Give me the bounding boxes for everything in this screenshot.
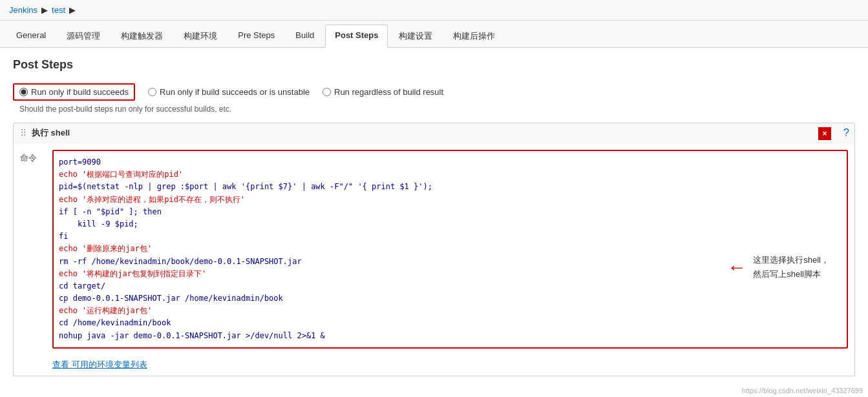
code-display: port=9090 echo '根据端口号查询对应的pid' pid=$(net… [54,151,847,347]
watermark: https://blog.csdn.net/weixin_43327699 [742,387,863,394]
tab-post-steps[interactable]: Post Steps [325,25,388,48]
radio-run-on-success-or-unstable[interactable]: Run only if build succeeds or is unstabl… [148,87,310,97]
bottom-bar: 高级... [0,393,868,397]
tab-build-triggers[interactable]: 构建触发器 [111,25,173,47]
tab-bar: General 源码管理 构建触发器 构建环境 Pre Steps Build … [0,21,868,48]
shell-close-button[interactable]: × [818,127,831,140]
run-condition-group: Run only if build succeeds Run only if b… [13,83,855,101]
tab-build-settings[interactable]: 构建设置 [389,25,442,47]
command-label: 命令 [20,150,46,349]
tab-source-management[interactable]: 源码管理 [57,25,110,47]
tab-post-build[interactable]: 构建后操作 [443,25,505,47]
radio-run-on-success[interactable]: Run only if build succeeds [13,83,135,101]
run-condition-hint: Should the post-build steps run only for… [19,105,855,114]
shell-body: 命令 port=9090 echo '根据端口号查询对应的pid' pid=$(… [14,143,854,355]
tab-build-env[interactable]: 构建环境 [174,25,227,47]
tab-general[interactable]: General [6,25,56,47]
breadcrumb-arrow-2: ▶ [69,5,76,15]
code-editor-wrap: port=9090 echo '根据端口号查询对应的pid' pid=$(net… [52,150,848,349]
drag-handle-icon: ⠿ [20,128,26,138]
shell-block: ⠿ 执行 shell × ? 命令 port=9090 echo '根据端口号查… [13,123,855,376]
shell-help-button[interactable]: ? [843,127,849,139]
radio-run-regardless[interactable]: Run regardless of build result [323,87,443,97]
tab-build[interactable]: Build [286,25,324,47]
env-vars-link[interactable]: 查看 可用的环境变量列表 [52,359,848,371]
breadcrumb-test[interactable]: test [52,5,65,15]
tab-pre-steps[interactable]: Pre Steps [228,25,284,47]
shell-block-title: 执行 shell [32,127,70,139]
page-title: Post Steps [13,58,855,72]
annotation-text: 这里选择执行shell， 然后写上shell脚本 [753,253,829,281]
annotation-arrow-icon: ← [727,256,746,278]
breadcrumb-jenkins[interactable]: Jenkins [9,5,37,15]
breadcrumb-arrow-1: ▶ [41,5,48,15]
breadcrumb: Jenkins ▶ test ▶ [0,0,868,21]
shell-header: ⠿ 执行 shell [14,123,854,143]
